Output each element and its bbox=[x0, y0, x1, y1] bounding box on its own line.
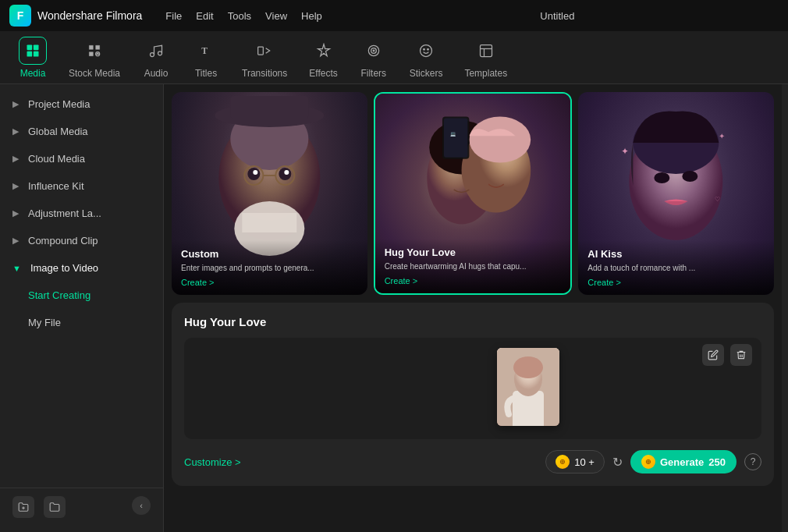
svg-text:✦: ✦ bbox=[719, 132, 726, 140]
sidebar-item-adjustment-layer-label: Adjustment La... bbox=[28, 207, 101, 219]
arrow-icon: ▶ bbox=[12, 99, 19, 109]
stock-media-icon bbox=[80, 37, 108, 65]
tab-stickers-label: Stickers bbox=[410, 68, 443, 79]
uploaded-image bbox=[497, 348, 559, 426]
content-area: Custom Enter images and prompts to gener… bbox=[164, 84, 782, 532]
titlebar: F Wondershare Filmora File Edit Tools Vi… bbox=[0, 0, 788, 31]
app-name: Wondershare Filmora bbox=[37, 9, 142, 22]
card-hug-your-love-desc: Create heartwarming AI hugs that capu... bbox=[385, 261, 562, 271]
generate-coin-icon: ⊕ bbox=[641, 455, 655, 469]
svg-rect-3 bbox=[34, 51, 39, 56]
svg-rect-38 bbox=[444, 119, 468, 158]
svg-point-27 bbox=[284, 170, 289, 175]
arrow-icon: ▶ bbox=[12, 154, 19, 164]
tab-titles[interactable]: T Titles bbox=[181, 32, 231, 83]
svg-text:♡: ♡ bbox=[715, 196, 721, 203]
tab-audio-label: Audio bbox=[144, 68, 169, 79]
card-hug-your-love-title: Hug Your Love bbox=[385, 246, 562, 258]
delete-image-button[interactable] bbox=[730, 344, 752, 366]
action-bar: Customize > ⊕ 10 + ↻ ⊕ Generate 250 ? bbox=[184, 450, 761, 473]
generate-label: Generate bbox=[660, 456, 704, 468]
svg-point-6 bbox=[158, 51, 162, 55]
coins-button[interactable]: ⊕ 10 + bbox=[545, 450, 605, 473]
new-folder-button[interactable] bbox=[44, 496, 66, 518]
svg-point-11 bbox=[373, 50, 374, 51]
svg-rect-8 bbox=[258, 47, 264, 55]
titles-icon: T bbox=[192, 37, 220, 65]
help-icon[interactable]: ? bbox=[744, 453, 761, 470]
card-ai-kiss-create[interactable]: Create > bbox=[587, 278, 765, 287]
app-logo: F bbox=[9, 5, 31, 27]
menu-edit[interactable]: Edit bbox=[196, 10, 213, 22]
upload-area[interactable] bbox=[184, 338, 761, 439]
card-hug-your-love[interactable]: 💻 Hug Your Love Create heartwarming AI h… bbox=[374, 92, 573, 295]
card-custom[interactable]: Custom Enter images and prompts to gener… bbox=[172, 92, 367, 295]
menu-view[interactable]: View bbox=[265, 10, 287, 22]
tab-filters[interactable]: Filters bbox=[349, 32, 399, 83]
templates-icon bbox=[472, 37, 500, 65]
svg-text:T: T bbox=[201, 46, 208, 56]
generate-coins: 250 bbox=[708, 456, 726, 468]
tab-filters-label: Filters bbox=[360, 68, 386, 79]
sidebar: ▶ Project Media ▶ Global Media ▶ Cloud M… bbox=[0, 84, 164, 532]
card-custom-overlay: Custom Enter images and prompts to gener… bbox=[172, 240, 367, 295]
tab-audio[interactable]: Audio bbox=[131, 32, 181, 83]
card-ai-kiss-desc: Add a touch of romance with ... bbox=[587, 263, 765, 273]
audio-icon bbox=[142, 37, 170, 65]
sidebar-item-start-creating[interactable]: Start Creating bbox=[0, 282, 163, 309]
sidebar-item-image-to-video[interactable]: ▼ Image to Video bbox=[0, 254, 163, 282]
sidebar-item-my-file[interactable]: My File bbox=[0, 309, 163, 336]
sidebar-item-image-to-video-label: Image to Video bbox=[30, 262, 98, 274]
generate-button[interactable]: ⊕ Generate 250 bbox=[630, 450, 737, 473]
tabbar: Media Stock Media Audio T Titles Transit… bbox=[0, 31, 788, 84]
sidebar-footer: ‹ bbox=[0, 488, 163, 526]
sidebar-item-adjustment-layer[interactable]: ▶ Adjustment La... bbox=[0, 200, 163, 227]
cards-row: Custom Enter images and prompts to gener… bbox=[164, 84, 782, 303]
sidebar-item-project-media[interactable]: ▶ Project Media bbox=[0, 90, 163, 118]
tab-transitions[interactable]: Transitions bbox=[231, 32, 298, 83]
refresh-icon[interactable]: ↻ bbox=[612, 455, 623, 470]
tab-stock-media[interactable]: Stock Media bbox=[58, 32, 131, 83]
tab-stickers[interactable]: Stickers bbox=[399, 32, 454, 83]
svg-text:💻: 💻 bbox=[449, 131, 456, 137]
project-title: Untitled bbox=[336, 10, 779, 22]
sidebar-item-global-media[interactable]: ▶ Global Media bbox=[0, 118, 163, 145]
card-custom-create[interactable]: Create > bbox=[181, 278, 358, 287]
sidebar-item-influence-kit[interactable]: ▶ Influence Kit bbox=[0, 172, 163, 200]
coins-count: 10 + bbox=[574, 456, 595, 468]
sidebar-item-compound-clip[interactable]: ▶ Compound Clip bbox=[0, 227, 163, 254]
card-hug-your-love-overlay: Hug Your Love Create heartwarming AI hug… bbox=[375, 239, 571, 293]
tab-effects[interactable]: Effects bbox=[298, 32, 348, 83]
tab-stock-media-label: Stock Media bbox=[69, 68, 120, 79]
svg-point-14 bbox=[428, 48, 429, 50]
menu-tools[interactable]: Tools bbox=[228, 10, 251, 22]
sidebar-item-cloud-media[interactable]: ▶ Cloud Media bbox=[0, 145, 163, 172]
svg-rect-29 bbox=[242, 213, 296, 232]
customize-button[interactable]: Customize > bbox=[184, 456, 241, 468]
tab-templates[interactable]: Templates bbox=[453, 32, 518, 83]
svg-point-42 bbox=[655, 172, 670, 183]
scrollbar[interactable] bbox=[782, 84, 788, 532]
sidebar-item-my-file-label: My File bbox=[28, 317, 61, 328]
sidebar-item-influence-kit-label: Influence Kit bbox=[28, 180, 84, 192]
edit-image-button[interactable] bbox=[702, 344, 724, 366]
menu-help[interactable]: Help bbox=[301, 10, 322, 22]
card-ai-kiss-title: AI Kiss bbox=[587, 248, 765, 260]
tab-effects-label: Effects bbox=[309, 68, 337, 79]
svg-point-43 bbox=[683, 171, 698, 182]
sidebar-collapse-button[interactable]: ‹ bbox=[132, 496, 151, 515]
svg-point-9 bbox=[368, 45, 378, 55]
card-ai-kiss[interactable]: ✦ ✦ ♡ AI Kiss Add a touch of romance wit… bbox=[578, 92, 774, 295]
coin-icon: ⊕ bbox=[556, 455, 570, 469]
card-hug-your-love-create[interactable]: Create > bbox=[385, 276, 562, 286]
add-folder-button[interactable] bbox=[12, 496, 34, 518]
arrow-icon: ▶ bbox=[12, 181, 19, 191]
svg-point-5 bbox=[151, 52, 154, 56]
card-custom-title: Custom bbox=[181, 248, 358, 260]
svg-rect-1 bbox=[34, 44, 39, 50]
main-area: ▶ Project Media ▶ Global Media ▶ Cloud M… bbox=[0, 84, 788, 532]
menu-file[interactable]: File bbox=[165, 10, 182, 22]
tab-media[interactable]: Media bbox=[8, 32, 58, 83]
right-actions: ⊕ 10 + ↻ ⊕ Generate 250 ? bbox=[545, 450, 761, 473]
sidebar-item-global-media-label: Global Media bbox=[28, 126, 88, 137]
